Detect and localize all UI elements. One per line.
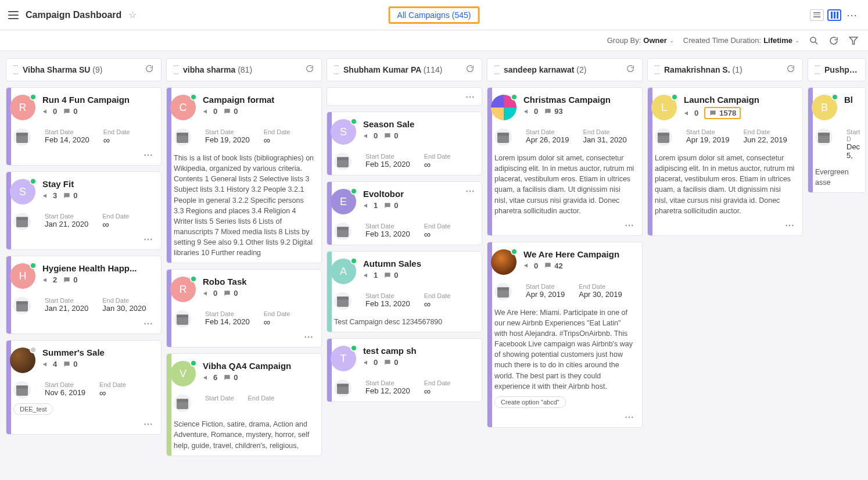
avatar: B <box>812 95 837 120</box>
card-more-icon[interactable]: ⋯ <box>494 220 635 231</box>
campaign-card[interactable]: ⋯EEvoltobor10Start DateFeb 13, 2020End D… <box>327 181 482 245</box>
campaign-card[interactable]: CCampaign format00Start DateFeb 19, 2020… <box>166 87 322 263</box>
campaign-card[interactable]: BBlStart DDec 5,Evergreen asse <box>808 87 866 193</box>
campaign-card[interactable]: RRun 4 Fun Campaign00Start DateFeb 14, 2… <box>6 87 162 166</box>
column-refresh-icon[interactable] <box>786 64 795 76</box>
start-date-label: Start Date <box>205 395 234 402</box>
column-title: Shubham Kumar PA (114) <box>343 65 465 74</box>
status-dot <box>511 94 518 101</box>
end-date-label: End Date <box>248 395 275 402</box>
svg-rect-18 <box>337 157 349 160</box>
end-date-value: ∞ <box>424 230 451 240</box>
card-title: Summer's Sale <box>42 348 154 357</box>
all-campaigns-button[interactable]: All Campaigns (545) <box>389 6 480 24</box>
end-date-label: End Date <box>424 292 451 299</box>
refresh-icon[interactable] <box>828 35 839 46</box>
column-header[interactable]: Shubham Kumar PA (114) <box>327 58 482 81</box>
card-more-icon[interactable]: ⋯ <box>13 418 154 429</box>
card-title: Run 4 Fun Campaign <box>42 95 154 105</box>
column-title: Vibha Sharma SU (9) <box>23 65 145 74</box>
card-more-icon[interactable]: ⋯ <box>174 331 314 342</box>
campaign-card[interactable]: LLaunch Campaign01578Start DateApr 19, 2… <box>647 87 803 236</box>
start-date-label: Start Date <box>686 128 729 135</box>
card-more-icon[interactable]: ⋯ <box>494 411 635 422</box>
column-refresh-icon[interactable] <box>305 64 314 76</box>
column-header[interactable]: Ramakrishnan S. (1) <box>647 58 803 81</box>
end-date-value: ∞ <box>102 220 129 230</box>
drag-handle-icon[interactable] <box>13 65 18 74</box>
column-refresh-icon[interactable] <box>465 64 475 76</box>
column-header[interactable]: Pushpam QA <box>808 58 866 81</box>
column-header[interactable]: Vibha Sharma SU (9) <box>6 58 162 81</box>
start-date-label: Start Date <box>365 292 410 299</box>
end-date-label: End Date <box>102 213 129 220</box>
card-more-icon[interactable]: ⋯ <box>13 149 154 160</box>
drag-handle-icon[interactable] <box>334 65 339 74</box>
start-date-label: Start Date <box>45 128 89 135</box>
search-icon[interactable] <box>809 35 819 46</box>
card-more-icon[interactable]: ⋯ <box>13 318 154 329</box>
campaign-card[interactable]: SSeason Sale00Start DateFeb 15, 2020End … <box>327 112 482 175</box>
chat-icon <box>223 289 231 298</box>
column-title: sandeep karnawat (2) <box>504 65 626 74</box>
end-date-label: End Date <box>264 310 290 317</box>
star-icon[interactable]: ☆ <box>128 9 137 20</box>
svg-rect-16 <box>177 399 188 402</box>
campaign-card[interactable]: RRobo Task00Start DateFeb 14, 2020End Da… <box>166 269 322 348</box>
filterbar: Group By: Owner ⌄ Created Time Duration:… <box>0 30 868 51</box>
column-body: BBlStart DDec 5,Evergreen asse <box>808 87 866 193</box>
start-date-value: Feb 15, 2020 <box>365 160 410 169</box>
broadcast-count: 6 <box>203 373 217 382</box>
chat-icon <box>544 262 552 270</box>
drag-handle-icon[interactable] <box>174 65 178 74</box>
more-menu-button[interactable]: ⋯ <box>845 8 860 22</box>
card-title: Vibha QA4 Campaign <box>203 361 314 371</box>
board-view-button[interactable] <box>827 9 841 21</box>
megaphone-icon <box>363 271 371 280</box>
avatar: T <box>331 346 356 371</box>
status-dot <box>511 248 518 255</box>
campaign-card[interactable]: HHygiene Health Happ...20Start DateJan 2… <box>6 256 162 334</box>
column-header[interactable]: sandeep karnawat (2) <box>487 58 643 81</box>
card-more-icon[interactable]: ⋯ <box>655 220 795 231</box>
chat-icon <box>544 108 552 116</box>
drag-handle-icon[interactable] <box>655 65 659 74</box>
menu-icon[interactable] <box>8 11 19 19</box>
group-by-filter[interactable]: Group By: Owner ⌄ <box>607 36 674 45</box>
column-body: ⋯SSeason Sale00Start DateFeb 15, 2020End… <box>327 87 482 402</box>
column-header[interactable]: vibha sharma (81) <box>166 58 322 81</box>
megaphone-icon <box>363 132 371 140</box>
calendar-icon <box>174 395 191 412</box>
card-tag[interactable]: Create option "abcd" <box>494 396 566 408</box>
broadcast-count: 3 <box>42 191 57 200</box>
drag-handle-icon[interactable] <box>494 65 499 74</box>
calendar-icon <box>174 310 191 328</box>
campaign-card[interactable]: VVibha QA4 Campaign60Start DateEnd DateS… <box>166 353 322 456</box>
campaign-card[interactable]: Ttest camp sh00Start DateFeb 12, 2020End… <box>327 338 482 402</box>
campaign-card[interactable]: Summer's Sale40Start DateNov 6, 2019End … <box>6 340 162 435</box>
svg-rect-20 <box>337 227 349 230</box>
column-refresh-icon[interactable] <box>145 64 154 76</box>
card-more-icon[interactable]: ⋯ <box>465 91 476 102</box>
card-more-icon[interactable]: ⋯ <box>13 234 154 245</box>
svg-rect-12 <box>177 133 188 136</box>
campaign-card[interactable]: We Are Here Campaign042Start DateApr 9, … <box>487 242 643 428</box>
filter-icon[interactable] <box>848 35 859 46</box>
drag-handle-icon[interactable] <box>815 65 820 74</box>
duration-filter[interactable]: Created Time Duration: Lifetime ⌄ <box>683 36 799 45</box>
broadcast-count: 1 <box>363 201 378 210</box>
campaign-card[interactable]: ⋯ <box>327 87 482 106</box>
campaign-card[interactable]: AAutumn Sales10Start DateFeb 13, 2020End… <box>327 251 482 332</box>
column-count: (81) <box>238 65 252 74</box>
megaphone-icon <box>42 192 51 200</box>
list-view-button[interactable] <box>810 9 824 21</box>
svg-rect-4 <box>16 133 28 136</box>
campaign-card[interactable]: Christmas Campaign093Start DateApr 26, 2… <box>487 87 643 236</box>
status-dot <box>190 94 197 101</box>
end-date-label: End Date <box>424 153 451 160</box>
board: Vibha Sharma SU (9)RRun 4 Fun Campaign00… <box>0 51 868 480</box>
all-campaigns-count: (545) <box>452 10 471 20</box>
card-tag[interactable]: DEE_test <box>13 403 53 415</box>
column-refresh-icon[interactable] <box>626 64 635 76</box>
campaign-card[interactable]: SStay Fit30Start DateJan 21, 2020End Dat… <box>6 171 162 250</box>
